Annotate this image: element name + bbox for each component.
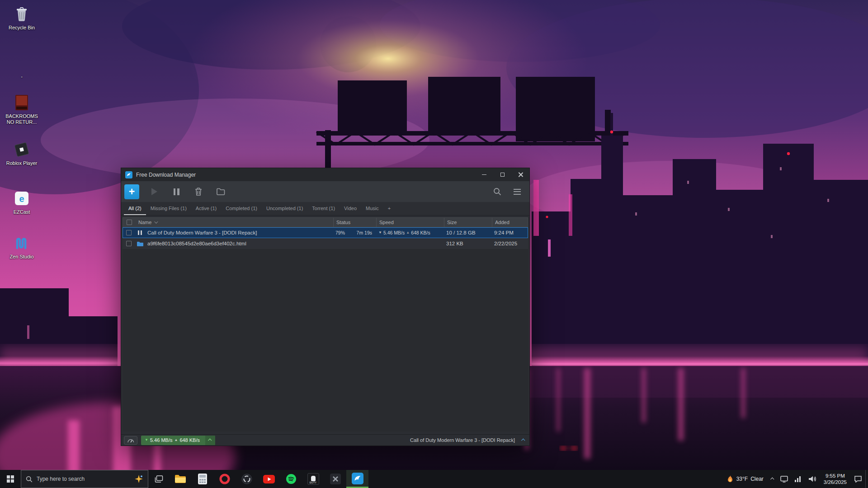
hamburger-icon [514,189,521,195]
window-title: Free Download Manager [136,172,475,178]
chevron-up-icon [208,438,212,442]
desktop-icon-zen-studio[interactable]: Zen Studio [3,234,41,260]
tab-music[interactable]: Music [361,202,383,215]
action-center-button[interactable] [851,470,865,488]
tab-torrent[interactable]: Torrent (1) [307,202,340,215]
search-icon [26,476,33,483]
youtube-icon [263,475,275,483]
download-added: 9:24 PM [491,227,528,238]
clock-date: 3/26/2025 [824,479,847,485]
taskbar-clock[interactable]: 9:55 PM 3/26/2025 [820,470,851,488]
table-row[interactable]: Call of Duty Modern Warfare 3 - [DODI Re… [123,227,528,238]
search-highlights-sparkle-icon[interactable] [134,474,143,483]
tab-all[interactable]: All (2) [124,202,146,215]
display-tray-button[interactable] [777,470,791,488]
zen-studio-icon [3,234,41,253]
desktop-icon-recycle-bin[interactable]: Recycle Bin [3,5,41,31]
volume-tray-button[interactable] [805,470,820,488]
taskbar-app-calculator[interactable] [191,470,213,488]
desktop-icon-label: EZCast [3,209,41,215]
tab-video[interactable]: Video [340,202,361,215]
task-view-button[interactable] [148,470,169,488]
row-checkbox[interactable] [126,230,132,235]
fdm-toolbar: + [121,181,529,202]
progress-percent: 79% [335,230,345,235]
global-speed-indicator[interactable]: ▼ 5.46 MB/s ▲ 648 KB/s [141,436,215,445]
blank-icon [3,53,41,72]
dark-circle-app-icon [241,474,252,484]
tab-completed[interactable]: Completed (1) [221,202,262,215]
network-signal-icon [794,476,802,482]
fdm-app-icon [125,171,132,178]
taskbar-app-spotify[interactable] [280,470,302,488]
taskbar-app-opera-gx[interactable] [213,470,236,488]
taskbar-app-obs[interactable] [236,470,258,488]
start-button[interactable] [0,470,21,488]
taskbar-app-x-logo[interactable] [324,470,346,488]
folder-icon [216,188,225,196]
add-download-button[interactable]: + [124,184,139,199]
svg-text:e: e [19,194,24,204]
column-header-added[interactable]: Added [492,218,528,227]
x-logo-icon [330,474,341,484]
pause-download-button[interactable] [170,185,182,198]
download-size: 10 / 12.8 GB [443,227,491,238]
open-folder-button[interactable] [215,185,226,198]
total-upload-speed: 648 KB/s [179,437,200,443]
row-checkbox[interactable] [126,241,132,246]
delete-download-button[interactable] [193,185,204,198]
table-header: Name Status Speed Size Added [123,217,528,227]
trash-icon [194,187,203,196]
taskbar-app-file-explorer[interactable] [169,470,191,488]
desktop-icon-roblox-player[interactable]: Roblox Player [3,140,41,166]
paused-status-icon [138,230,142,235]
column-header-speed[interactable]: Speed [376,218,444,227]
upload-arrow-icon: ▲ [174,438,178,442]
desktop-icon-label: Roblox Player [3,160,41,166]
fdm-window: Free Download Manager + [121,168,530,446]
select-all-checkbox[interactable] [127,220,132,225]
start-download-button[interactable] [148,185,160,198]
show-desktop-button[interactable] [865,470,868,488]
ezcast-icon: e [3,189,41,208]
tab-add-button[interactable]: + [383,202,395,215]
taskbar-app-youtube[interactable] [258,470,280,488]
tab-active[interactable]: Active (1) [191,202,221,215]
downloads-list: Name Status Speed Size Added Call of Dut… [123,217,528,432]
notification-icon [854,475,862,483]
windows-logo-icon [7,475,14,483]
speed-limiter-button[interactable] [124,436,137,445]
task-view-icon [155,475,163,483]
eta: 7m 19s [357,230,372,235]
weather-widget[interactable]: 33°F Clear [722,470,768,488]
column-header-status[interactable]: Status [333,218,376,227]
desktop-icon-ezcast[interactable]: e EZCast [3,189,41,215]
table-row[interactable]: a9f6fe8013c08545d2e80ae6d3ef402c.html 31… [123,238,528,249]
chevron-up-icon [521,438,525,442]
download-name: a9f6fe8013c08545d2e80ae6d3ef402c.html [145,238,333,249]
column-header-size[interactable]: Size [444,218,492,227]
tab-uncompleted[interactable]: Uncompleted (1) [262,202,307,215]
close-button[interactable] [511,168,529,181]
desktop-icon-label: - [3,74,41,80]
hidden-icons-button[interactable] [768,470,777,488]
menu-button[interactable] [511,185,523,198]
desktop-icon-unnamed[interactable]: - [3,53,41,80]
taskbar-app-call-of-duty[interactable]: DUTY [302,470,324,488]
desktop-icon-label: Zen Studio [3,254,41,260]
taskbar-search-box[interactable]: Type here to search [21,470,148,488]
minimize-button[interactable] [475,168,493,181]
system-tray: 33°F Clear 9:55 PM [722,470,868,488]
expand-speed-panel-button[interactable] [205,436,215,445]
fdm-titlebar[interactable]: Free Download Manager [121,168,529,181]
tab-missing-files[interactable]: Missing Files (1) [146,202,191,215]
maximize-button[interactable] [493,168,511,181]
network-tray-button[interactable] [791,470,805,488]
taskbar-app-free-download-manager[interactable] [346,470,368,488]
column-header-name[interactable]: Name [136,218,333,227]
monitor-icon [780,476,788,483]
minimize-icon [482,174,486,175]
desktop-icon-backrooms[interactable]: BACKROOMS NO RETUR... [3,93,41,125]
expand-task-panel-button[interactable] [522,439,525,441]
search-button[interactable] [491,185,503,198]
